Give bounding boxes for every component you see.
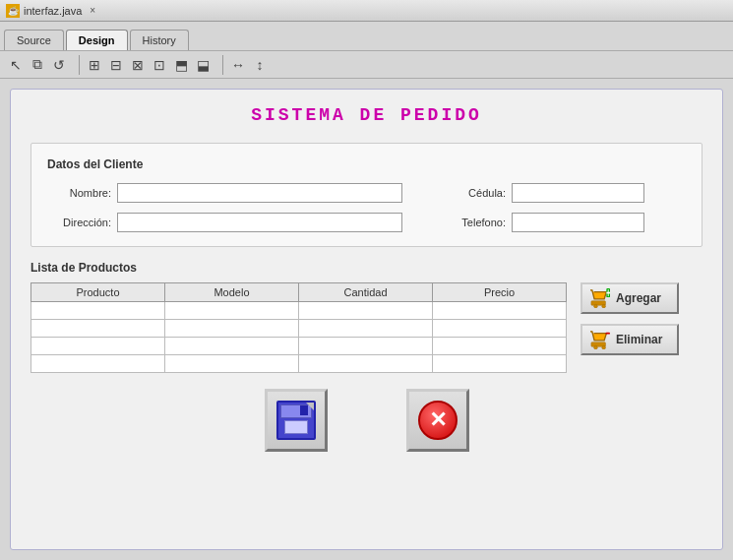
cart-remove-icon: [588, 330, 612, 349]
table-cell: [31, 355, 165, 373]
agregar-label: Agregar: [616, 291, 661, 305]
cart-add-icon: [588, 288, 612, 308]
table-cell: [31, 302, 165, 320]
toolbar-separator-1: [74, 55, 80, 75]
table-cell: [165, 302, 299, 320]
products-table: Producto Modelo Cantidad Precio: [31, 282, 567, 373]
table-cell: [299, 355, 433, 373]
save-button[interactable]: [265, 389, 328, 452]
telefono-label: Telefono:: [442, 217, 506, 228]
cedula-field-pair: Cédula:: [442, 183, 644, 203]
client-section: Datos del Cliente Nombre: Cédula: Direcc…: [31, 143, 702, 247]
direccion-field-pair: Dirección:: [47, 213, 402, 232]
expand-vertical-icon[interactable]: ↕: [250, 55, 270, 75]
tab-close-button[interactable]: ×: [90, 5, 95, 16]
products-section-label: Lista de Productos: [31, 261, 702, 275]
tab-source[interactable]: Source: [4, 30, 64, 50]
table-row: [31, 355, 567, 373]
expand-horizontal-icon[interactable]: ↔: [228, 55, 248, 75]
file-icon: ☕: [6, 4, 20, 18]
nombre-input[interactable]: [117, 183, 402, 203]
col-modelo: Modelo: [165, 283, 299, 302]
toolbar: ↖ ⧉ ↺ ⊞ ⊟ ⊠ ⊡ ⬒ ⬓ ↔ ↕: [0, 51, 733, 79]
main-area: SISTEMA DE PEDIDO Datos del Cliente Nomb…: [0, 79, 733, 560]
tabs-bar: Source Design History: [0, 22, 733, 51]
table-row: [31, 320, 567, 338]
telefono-field-pair: Telefono:: [442, 213, 644, 232]
nombre-label: Nombre:: [47, 187, 111, 199]
align-center-icon[interactable]: ⊟: [106, 55, 126, 75]
cancel-icon: ✕: [418, 401, 458, 440]
align-top-icon[interactable]: ⬒: [171, 55, 191, 75]
col-producto: Producto: [31, 283, 165, 302]
align-justify-icon[interactable]: ⊡: [150, 55, 169, 75]
products-area: Producto Modelo Cantidad Precio: [31, 282, 702, 373]
svg-point-8: [602, 345, 606, 349]
agregar-button[interactable]: Agregar: [580, 282, 679, 314]
products-section: Lista de Productos Producto Modelo Canti…: [31, 261, 702, 373]
save-icon: [276, 401, 316, 440]
svg-rect-9: [605, 333, 610, 335]
client-section-label: Datos del Cliente: [47, 157, 686, 171]
svg-rect-5: [606, 292, 610, 294]
eliminar-label: Eliminar: [616, 333, 662, 346]
cedula-label: Cédula:: [442, 187, 506, 199]
bottom-buttons: ✕: [31, 389, 702, 452]
col-precio: Precio: [433, 283, 567, 302]
table-row: [31, 302, 567, 320]
table-cell: [165, 320, 299, 338]
svg-point-2: [602, 304, 606, 308]
table-cell: [31, 320, 165, 338]
telefono-input[interactable]: [512, 213, 644, 232]
table-cell: [433, 355, 567, 373]
filename-label: interfaz.java: [24, 5, 82, 17]
client-row-1: Nombre: Cédula:: [47, 183, 686, 203]
tab-design[interactable]: Design: [66, 30, 128, 50]
table-cell: [299, 320, 433, 338]
refresh-icon[interactable]: ↺: [49, 55, 69, 75]
cancel-button[interactable]: ✕: [406, 389, 469, 452]
copy-icon[interactable]: ⧉: [28, 55, 47, 75]
align-bottom-icon[interactable]: ⬓: [193, 55, 213, 75]
nombre-field-pair: Nombre:: [47, 183, 402, 203]
select-tool-icon[interactable]: ↖: [6, 55, 26, 75]
cedula-input[interactable]: [512, 183, 644, 203]
client-row-2: Dirección: Telefono:: [47, 213, 686, 232]
table-cell: [31, 338, 165, 355]
panel-title: SISTEMA DE PEDIDO: [31, 105, 702, 125]
col-cantidad: Cantidad: [299, 283, 433, 302]
table-cell: [165, 355, 299, 373]
direccion-label: Dirección:: [47, 217, 111, 228]
form-panel: SISTEMA DE PEDIDO Datos del Cliente Nomb…: [10, 89, 723, 550]
svg-point-7: [594, 345, 598, 349]
table-cell: [433, 320, 567, 338]
table-row: [31, 338, 567, 355]
action-buttons: Agregar Eliminar: [580, 282, 679, 355]
table-cell: [299, 302, 433, 320]
toolbar-separator-2: [217, 55, 223, 75]
align-left-icon[interactable]: ⊞: [85, 55, 104, 75]
table-cell: [165, 338, 299, 355]
title-bar: ☕ interfaz.java ×: [0, 0, 733, 22]
align-right-icon[interactable]: ⊠: [128, 55, 148, 75]
eliminar-button[interactable]: Eliminar: [580, 324, 679, 355]
tab-history[interactable]: History: [130, 30, 189, 50]
svg-point-1: [594, 304, 598, 308]
table-cell: [299, 338, 433, 355]
direccion-input[interactable]: [117, 213, 402, 232]
table-cell: [433, 302, 567, 320]
table-cell: [433, 338, 567, 355]
